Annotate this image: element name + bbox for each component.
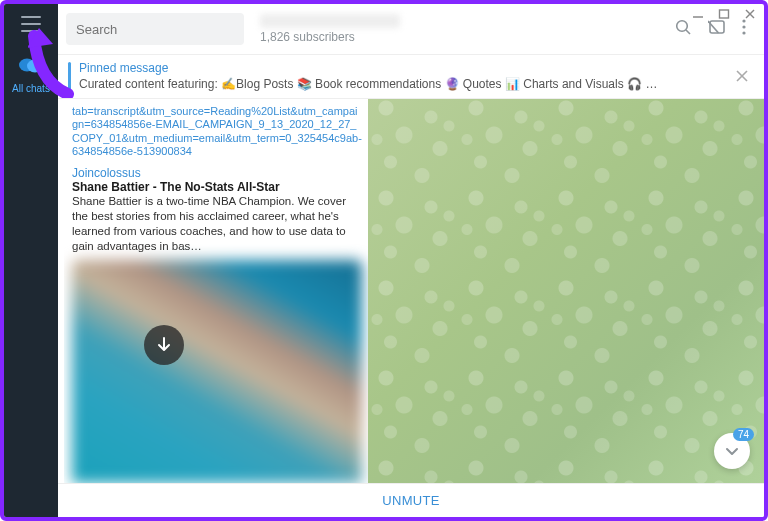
pinned-indicator [68, 62, 71, 92]
svg-text:5: 5 [37, 57, 41, 64]
preview-headline: Shane Battier - The No-Stats All-Star [72, 180, 362, 194]
preview-source: Joincolossus [72, 166, 362, 180]
preview-media[interactable] [72, 260, 362, 483]
menu-button[interactable] [21, 16, 41, 32]
topbar: 1,826 subscribers [58, 4, 764, 54]
preview-description: Shane Battier is a two-time NBA Champion… [72, 194, 362, 254]
pinned-body: Curated content featuring: ✍️Blog Posts … [79, 77, 724, 93]
unread-count: 74 [733, 428, 754, 441]
chat-title-redacted [260, 14, 400, 28]
scroll-to-bottom-button[interactable]: 74 [714, 433, 750, 469]
chat-header[interactable]: 1,826 subscribers [252, 14, 666, 44]
svg-point-13 [742, 25, 745, 28]
message-column: tab=transcript&utm_source=Reading%20List… [58, 99, 368, 483]
unmute-button[interactable]: UNMUTE [382, 493, 439, 508]
close-button[interactable] [744, 8, 756, 20]
chat-background: 74 [368, 99, 764, 483]
search-in-chat-icon[interactable] [674, 18, 692, 40]
pinned-close-button[interactable] [732, 69, 752, 85]
svg-point-8 [677, 21, 688, 32]
pinned-title: Pinned message [79, 61, 724, 77]
sidebar: 5 All chats [4, 4, 58, 517]
side-panel-icon[interactable] [708, 18, 726, 40]
svg-line-9 [686, 30, 690, 34]
svg-rect-1 [720, 10, 729, 18]
more-menu-icon[interactable] [742, 19, 746, 39]
folder-label: All chats [12, 83, 50, 94]
download-media-button[interactable] [144, 325, 184, 365]
subscriber-count: 1,826 subscribers [260, 30, 666, 44]
svg-point-14 [742, 31, 745, 34]
link-preview[interactable]: Joincolossus Shane Battier - The No-Stat… [72, 166, 362, 254]
folder-all-chats[interactable]: 5 All chats [12, 54, 50, 94]
maximize-button[interactable] [718, 8, 730, 20]
pinned-message[interactable]: Pinned message Curated content featuring… [58, 54, 764, 99]
chats-icon: 5 [18, 54, 44, 80]
search-box[interactable] [66, 13, 244, 45]
minimize-button[interactable] [692, 8, 704, 20]
message-link[interactable]: tab=transcript&utm_source=Reading%20List… [64, 105, 368, 162]
search-input[interactable] [76, 22, 234, 37]
bottom-bar: UNMUTE [58, 483, 764, 517]
